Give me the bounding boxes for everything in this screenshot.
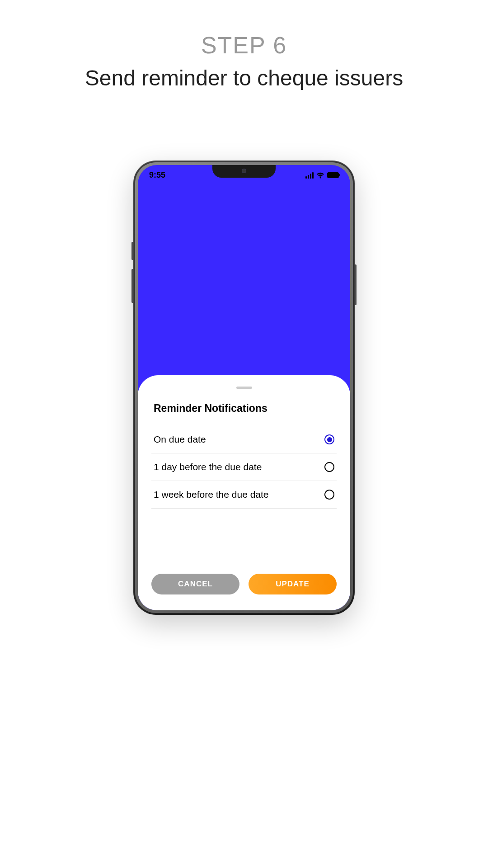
option-on-due-date[interactable]: On due date [151,426,337,453]
step-description: Send reminder to cheque issuers [0,66,488,90]
phone-frame: 9:55 Remind [133,160,355,615]
svg-point-0 [320,177,321,178]
sheet-title: Reminder Notifications [151,402,337,415]
phone-power-button [355,264,357,305]
signal-icon [305,172,314,179]
status-icons [305,172,339,179]
button-row: CANCEL UPDATE [151,574,337,594]
option-label: 1 day before the due date [154,462,262,472]
phone-notch [212,165,276,178]
battery-icon [327,172,339,178]
bottom-sheet: Reminder Notifications On due date 1 day… [138,375,350,610]
phone-screen: 9:55 Remind [138,165,350,610]
radio-1-day-before[interactable] [324,462,334,472]
sheet-drag-handle[interactable] [236,387,252,389]
option-1-day-before[interactable]: 1 day before the due date [151,453,337,481]
step-number-label: STEP 6 [0,32,488,59]
radio-on-due-date[interactable] [324,434,334,444]
option-label: On due date [154,434,206,445]
wifi-icon [316,172,324,179]
phone-mockup: 9:55 Remind [133,160,355,615]
option-1-week-before[interactable]: 1 week before the due date [151,481,337,509]
cancel-button[interactable]: CANCEL [151,574,239,594]
update-button[interactable]: UPDATE [249,574,337,594]
status-time: 9:55 [149,170,165,180]
option-label: 1 week before the due date [154,489,269,500]
radio-1-week-before[interactable] [324,490,334,500]
